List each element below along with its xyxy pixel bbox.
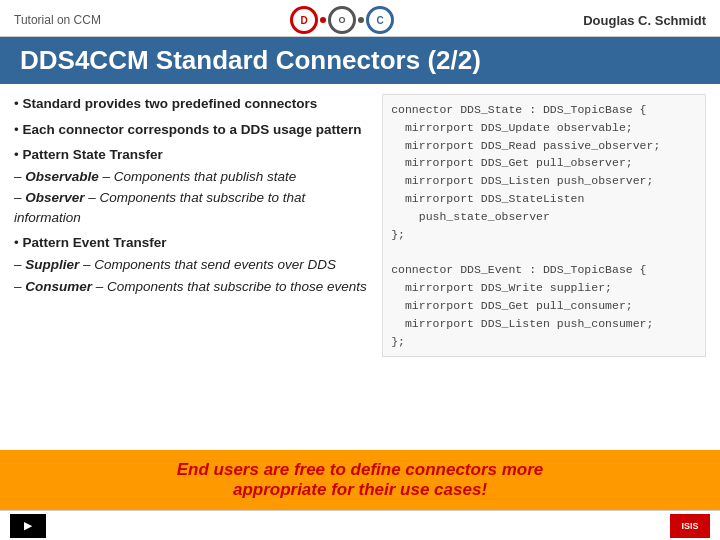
bottom-banner: End users are free to define connectors … (0, 450, 720, 510)
sub-label: Observer (25, 190, 84, 205)
footer-logo-right: ISIS (670, 514, 710, 538)
footer-right-text: ISIS (681, 521, 698, 531)
header-logo: D O C (290, 6, 394, 34)
footer: ▶ ISIS (0, 510, 720, 540)
slide-title: DDS4CCM Standard Connectors (2/2) (0, 37, 720, 84)
sub-label: Consumer (25, 279, 92, 294)
list-item: • Pattern Event Transfer – Supplier – Co… (14, 233, 368, 296)
sub-list-item: – Observable – Components that publish s… (14, 167, 368, 187)
bullet-text: Pattern State Transfer (22, 147, 162, 162)
sub-list-item: – Consumer – Components that subscribe t… (14, 277, 368, 297)
sub-list-item: – Observer – Components that subscribe t… (14, 188, 368, 227)
logo-dot1-icon (320, 17, 326, 23)
banner-line1: End users are free to define connectors … (14, 460, 706, 480)
content-area: • Standard provides two predefined conne… (0, 84, 720, 363)
logo-d-icon: D (290, 6, 318, 34)
bullet-text: Standard provides two predefined connect… (22, 96, 317, 111)
bullet-text: Pattern Event Transfer (22, 235, 166, 250)
list-item: • Standard provides two predefined conne… (14, 94, 368, 114)
logo-o-icon: O (328, 6, 356, 34)
bullet-text: Each connector corresponds to a DDS usag… (22, 122, 361, 137)
bullet-list: • Standard provides two predefined conne… (14, 94, 368, 296)
header-left-label: Tutorial on CCM (14, 13, 101, 27)
logo-c-icon: C (366, 6, 394, 34)
banner-line2: appropriate for their use cases! (14, 480, 706, 500)
sub-list-item: – Supplier – Components that send events… (14, 255, 368, 275)
sub-list: – Observable – Components that publish s… (14, 167, 368, 228)
left-panel: • Standard provides two predefined conne… (14, 94, 368, 357)
code-panel: connector DDS_State : DDS_TopicBase { mi… (382, 94, 706, 357)
sub-list: – Supplier – Components that send events… (14, 255, 368, 296)
sub-label: Observable (25, 169, 99, 184)
sub-label: Supplier (25, 257, 79, 272)
header-right-label: Douglas C. Schmidt (583, 13, 706, 28)
list-item: • Pattern State Transfer – Observable – … (14, 145, 368, 227)
logo-dot2-icon (358, 17, 364, 23)
footer-left-text: ▶ (24, 520, 32, 531)
footer-logo-left: ▶ (10, 514, 46, 538)
header: Tutorial on CCM D O C Douglas C. Schmidt (0, 0, 720, 37)
list-item: • Each connector corresponds to a DDS us… (14, 120, 368, 140)
